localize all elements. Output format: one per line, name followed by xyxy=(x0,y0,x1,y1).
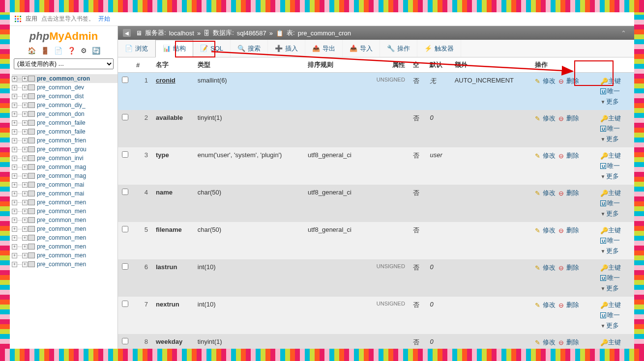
sidebar-table-item[interactable]: ++pre_common_mai xyxy=(12,180,117,189)
start-link[interactable]: 开始 xyxy=(98,15,110,23)
expand-icon[interactable]: + xyxy=(12,226,17,232)
more-action[interactable]: ▼更多 xyxy=(600,209,619,218)
expand-icon[interactable]: + xyxy=(12,173,17,179)
expand-icon[interactable]: + xyxy=(12,200,17,205)
primary-action[interactable]: 🔑主键 xyxy=(600,189,621,197)
sidebar-table-item[interactable]: ++pre_common_dev xyxy=(12,83,117,92)
tab-浏览[interactable]: 📄浏览 xyxy=(118,40,155,57)
expand-icon[interactable]: + xyxy=(12,156,17,161)
expand-icon[interactable]: + xyxy=(22,138,28,143)
unique-action[interactable]: U唯一 xyxy=(600,162,620,170)
sidebar-table-item[interactable]: ++pre_common_men xyxy=(12,224,117,233)
expand-icon[interactable]: + xyxy=(12,147,17,152)
row-checkbox[interactable] xyxy=(122,263,128,270)
sidebar-table-item[interactable]: ++pre_common_mag xyxy=(12,163,117,171)
expand-icon[interactable]: + xyxy=(22,94,28,99)
docs-icon[interactable]: ❓ xyxy=(67,47,76,55)
sidebar-table-item[interactable]: ++pre_common_men xyxy=(12,242,117,251)
expand-icon[interactable]: + xyxy=(12,138,17,143)
more-action[interactable]: ▼更多 xyxy=(600,97,619,106)
expand-icon[interactable]: + xyxy=(22,235,28,241)
sidebar-table-item[interactable]: ++pre_common_men xyxy=(12,198,117,207)
table-link[interactable]: pre_common_cron xyxy=(298,29,351,37)
unique-action[interactable]: U唯一 xyxy=(600,236,620,245)
expand-icon[interactable]: + xyxy=(22,156,28,161)
row-checkbox[interactable] xyxy=(122,77,128,83)
expand-icon[interactable]: + xyxy=(22,147,28,152)
sidebar-table-item[interactable]: ++pre_common_men xyxy=(12,216,117,224)
close-icon[interactable]: ⌃ xyxy=(618,29,629,37)
edit-action[interactable]: ✎修改 xyxy=(535,263,556,272)
edit-action[interactable]: ✎修改 xyxy=(535,338,556,347)
sidebar-table-item[interactable]: ++pre_common_don xyxy=(12,110,117,118)
recent-tables-select[interactable]: (最近使用的表) … xyxy=(14,58,114,69)
tab-搜索[interactable]: 🔍搜索 xyxy=(231,40,268,57)
database-link[interactable]: sql486587 xyxy=(237,29,266,37)
collapse-nav-icon[interactable]: ◀ xyxy=(123,29,131,37)
more-action[interactable]: ▼更多 xyxy=(600,321,619,330)
edit-action[interactable]: ✎修改 xyxy=(535,77,556,85)
primary-action[interactable]: 🔑主键 xyxy=(600,77,621,85)
expand-icon[interactable]: + xyxy=(22,191,28,196)
tab-结构[interactable]: 📊结构 xyxy=(155,40,193,57)
unique-action[interactable]: U唯一 xyxy=(600,274,620,282)
edit-action[interactable]: ✎修改 xyxy=(535,226,556,235)
expand-icon[interactable]: + xyxy=(12,262,17,267)
drop-action[interactable]: ⊖删除 xyxy=(558,189,579,197)
unique-action[interactable]: U唯一 xyxy=(600,87,620,96)
expand-icon[interactable]: + xyxy=(22,76,28,82)
primary-action[interactable]: 🔑主键 xyxy=(600,114,621,123)
sidebar-table-item[interactable]: ++pre_common_mai xyxy=(12,189,117,198)
sidebar-table-item[interactable]: ++pre_common_men xyxy=(12,260,117,269)
expand-icon[interactable]: + xyxy=(12,111,17,117)
primary-action[interactable]: 🔑主键 xyxy=(600,301,621,309)
expand-icon[interactable]: + xyxy=(12,218,17,223)
row-checkbox[interactable] xyxy=(122,189,128,195)
expand-icon[interactable]: + xyxy=(22,182,28,188)
tab-操作[interactable]: 🔧操作 xyxy=(380,40,417,57)
phpmyadmin-logo[interactable]: phpMyAdmin xyxy=(10,26,117,45)
unique-action[interactable]: U唯一 xyxy=(600,348,620,349)
server-link[interactable]: localhost xyxy=(169,29,194,37)
expand-icon[interactable]: + xyxy=(22,85,28,90)
unique-action[interactable]: U唯一 xyxy=(600,199,620,208)
expand-icon[interactable]: + xyxy=(22,200,28,205)
sidebar-table-item[interactable]: ++pre_common_frien xyxy=(12,136,117,145)
sidebar-table-item[interactable]: ++pre_common_faile xyxy=(12,118,117,127)
tab-导入[interactable]: 📥导入 xyxy=(343,40,380,57)
drop-action[interactable]: ⊖删除 xyxy=(558,338,579,347)
apps-label[interactable]: 应用 xyxy=(26,15,37,23)
primary-action[interactable]: 🔑主键 xyxy=(600,338,621,347)
edit-action[interactable]: ✎修改 xyxy=(535,189,556,197)
reload-icon[interactable]: 🔄 xyxy=(92,47,100,55)
tab-导出[interactable]: 📤导出 xyxy=(305,40,343,57)
expand-icon[interactable]: + xyxy=(22,103,28,108)
sidebar-table-item[interactable]: ++pre_common_men xyxy=(12,233,117,242)
expand-icon[interactable]: + xyxy=(22,120,28,126)
expand-icon[interactable]: + xyxy=(22,165,28,170)
expand-icon[interactable]: + xyxy=(12,94,17,99)
primary-action[interactable]: 🔑主键 xyxy=(600,226,621,235)
expand-icon[interactable]: + xyxy=(12,209,17,214)
primary-action[interactable]: 🔑主键 xyxy=(600,263,621,272)
logout-icon[interactable]: 🚪 xyxy=(41,47,49,55)
drop-action[interactable]: ⊖删除 xyxy=(558,114,579,123)
expand-icon[interactable]: + xyxy=(12,85,17,90)
row-checkbox[interactable] xyxy=(122,114,128,120)
sidebar-table-item[interactable]: ++pre_common_men xyxy=(12,207,117,216)
sidebar-table-item[interactable]: ++pre_common_grou xyxy=(12,145,117,154)
expand-icon[interactable]: + xyxy=(12,76,17,82)
settings-icon[interactable]: ⚙ xyxy=(81,47,87,55)
sidebar-table-item[interactable]: ++pre_common_dist xyxy=(12,92,117,101)
sidebar-table-item[interactable]: ++pre_common_faile xyxy=(12,127,117,136)
sidebar-table-item[interactable]: ++pre_common_diy_ xyxy=(12,101,117,110)
expand-icon[interactable]: + xyxy=(12,103,17,108)
drop-action[interactable]: ⊖删除 xyxy=(558,263,579,272)
edit-action[interactable]: ✎修改 xyxy=(535,114,556,123)
expand-icon[interactable]: + xyxy=(22,244,28,250)
row-checkbox[interactable] xyxy=(122,301,128,307)
edit-action[interactable]: ✎修改 xyxy=(535,301,556,309)
drop-action[interactable]: ⊖删除 xyxy=(558,77,579,85)
row-checkbox[interactable] xyxy=(122,151,128,158)
expand-icon[interactable]: + xyxy=(22,218,28,223)
